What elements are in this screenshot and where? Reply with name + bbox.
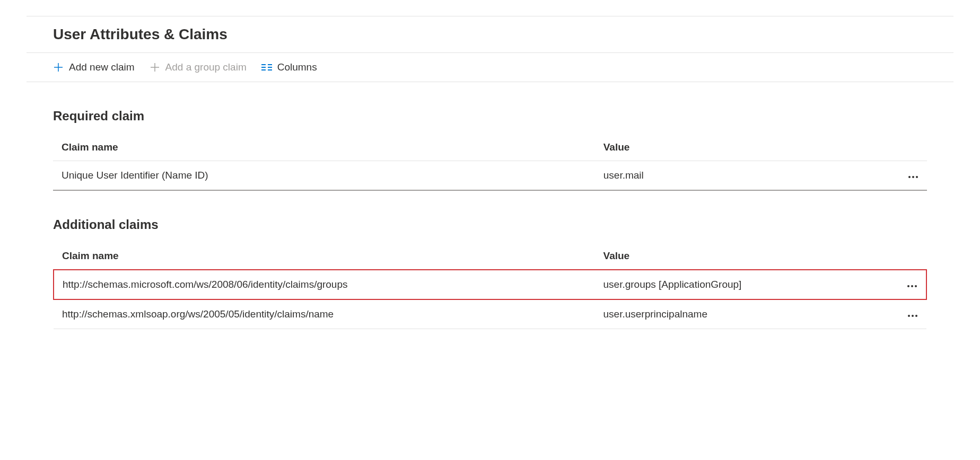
svg-point-12 xyxy=(916,176,918,178)
col-header-name: Claim name xyxy=(54,243,595,270)
ellipsis-icon xyxy=(908,175,918,179)
claim-name-cell: http://schemas.microsoft.com/ws/2008/06/… xyxy=(54,270,595,299)
col-header-value: Value xyxy=(595,243,874,270)
svg-point-13 xyxy=(907,285,909,287)
columns-button[interactable]: Columns xyxy=(261,61,317,73)
add-new-claim-button[interactable]: Add new claim xyxy=(53,61,135,73)
toolbar: Add new claim Add a group claim Columns xyxy=(27,53,953,82)
claim-value-cell: user.groups [ApplicationGroup] xyxy=(595,270,874,299)
page-title: User Attributes & Claims xyxy=(27,16,953,53)
svg-point-18 xyxy=(915,315,917,317)
col-header-name: Claim name xyxy=(53,134,595,161)
plus-icon xyxy=(150,62,160,73)
additional-claims-title: Additional claims xyxy=(53,217,927,232)
content: Required claim Claim name Value Unique U… xyxy=(27,82,953,356)
required-claim-title: Required claim xyxy=(53,109,927,123)
add-group-claim-label: Add a group claim xyxy=(165,61,247,73)
svg-point-17 xyxy=(912,315,914,317)
columns-icon xyxy=(261,62,272,73)
table-row[interactable]: Unique User Identifier (Name ID) user.ma… xyxy=(53,161,927,191)
more-options-button[interactable] xyxy=(908,175,918,179)
claim-value-cell: user.userprincipalname xyxy=(595,299,874,329)
svg-point-16 xyxy=(908,315,910,317)
svg-point-10 xyxy=(908,176,911,178)
more-options-button[interactable] xyxy=(907,314,918,317)
svg-point-15 xyxy=(915,285,917,287)
table-row[interactable]: http://schemas.microsoft.com/ws/2008/06/… xyxy=(54,270,926,299)
claim-name-cell: http://schemas.xmlsoap.org/ws/2005/05/id… xyxy=(54,299,595,329)
table-row[interactable]: http://schemas.xmlsoap.org/ws/2005/05/id… xyxy=(54,299,926,329)
additional-claims-table: Claim name Value http://schemas.microsof… xyxy=(53,243,927,329)
col-header-action xyxy=(874,243,926,270)
svg-point-11 xyxy=(912,176,914,178)
claim-name-cell: Unique User Identifier (Name ID) xyxy=(53,161,595,191)
add-group-claim-button: Add a group claim xyxy=(150,61,247,73)
claim-value-cell: user.mail xyxy=(595,161,874,191)
ellipsis-icon xyxy=(907,285,917,288)
plus-icon xyxy=(53,62,64,73)
col-header-action xyxy=(874,134,927,161)
col-header-value: Value xyxy=(595,134,874,161)
ellipsis-icon xyxy=(907,314,918,317)
columns-label: Columns xyxy=(277,61,317,73)
svg-point-14 xyxy=(911,285,913,287)
add-new-claim-label: Add new claim xyxy=(69,61,135,73)
required-claims-table: Claim name Value Unique User Identifier … xyxy=(53,134,927,191)
more-options-button[interactable] xyxy=(907,285,917,288)
